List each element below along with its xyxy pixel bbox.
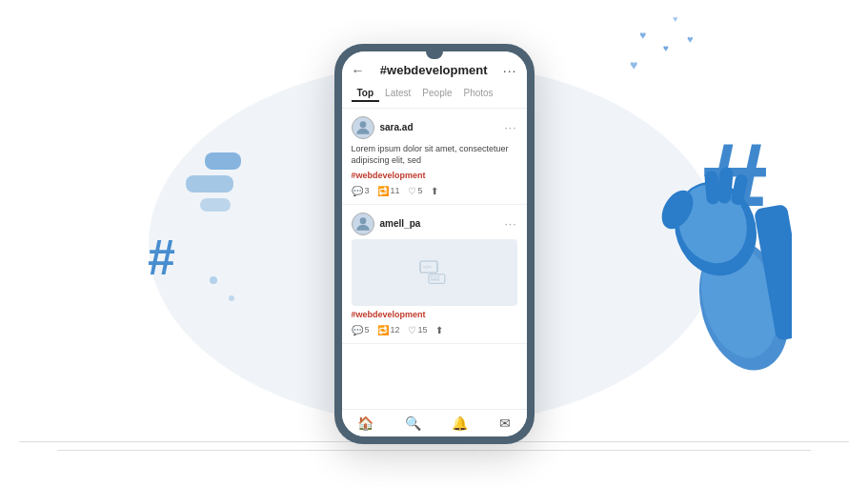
post-1-retweet-count: 11 [391, 186, 400, 195]
post-1-text: Lorem ipsum dolor sit amet, consectetuer… [352, 143, 517, 167]
heart-5: ♥ [687, 33, 694, 45]
post-2-comment-count: 5 [365, 325, 370, 335]
svg-rect-15 [434, 275, 435, 277]
page-title: #webdevelopment [380, 63, 488, 77]
heart-4: ♥ [673, 14, 677, 24]
phone-body: ← #webdevelopment ··· Top Latest People … [334, 44, 535, 444]
post-2-retweet-count: 12 [391, 325, 400, 335]
post-2-username: amell_pa [380, 218, 421, 229]
post-2-header: amell_pa ··· [352, 213, 517, 235]
svg-rect-7 [730, 173, 748, 206]
tab-top[interactable]: Top [352, 86, 380, 102]
share-icon-2: ⬆ [435, 325, 443, 335]
post-1-more[interactable]: ··· [504, 121, 516, 134]
post-1-user: sara.ad [352, 116, 414, 139]
more-menu-button[interactable]: ··· [503, 63, 517, 78]
svg-point-9 [359, 121, 366, 128]
post-2-actions: 💬 5 🔁 12 ♡ 15 ⬆ [352, 325, 517, 335]
tab-people[interactable]: People [416, 86, 457, 102]
post-1-retweet[interactable]: 🔁 11 [377, 186, 400, 196]
like-icon-2: ♡ [408, 325, 416, 335]
post-feed: sara.ad ··· Lorem ipsum dolor sit amet, … [342, 109, 527, 409]
nav-notification-icon[interactable]: 🔔 [452, 416, 468, 431]
comment-icon: 💬 [352, 186, 363, 196]
post-1-comment[interactable]: 💬 3 [352, 186, 370, 196]
tab-bar: Top Latest People Photos [352, 86, 517, 108]
nav-search-icon[interactable]: 🔍 [405, 416, 421, 431]
post-1-share[interactable]: ⬆ [431, 186, 438, 196]
post-2-share[interactable]: ⬆ [435, 325, 443, 335]
post-2-hashtag[interactable]: #webdevelopment [352, 310, 517, 319]
post-2: amell_pa ··· </> [342, 205, 527, 344]
svg-rect-16 [437, 275, 439, 277]
phone-screen: ← #webdevelopment ··· Top Latest People … [342, 51, 527, 436]
svg-point-10 [359, 217, 366, 224]
post-2-more[interactable]: ··· [504, 217, 516, 231]
bottom-nav: 🏠 🔍 🔔 ✉ [342, 409, 527, 436]
post-1-hashtag[interactable]: #webdevelopment [352, 171, 517, 180]
post-1: sara.ad ··· Lorem ipsum dolor sit amet, … [342, 109, 527, 205]
post-1-header: sara.ad ··· [352, 116, 517, 139]
post-2-like-count: 15 [418, 325, 428, 335]
post-2-user: amell_pa [352, 213, 421, 235]
post-2-retweet[interactable]: 🔁 12 [377, 325, 400, 335]
post-1-like[interactable]: ♡ 5 [408, 186, 423, 196]
phone-header: ← #webdevelopment ··· Top Latest People … [342, 51, 527, 109]
svg-rect-13 [429, 274, 445, 283]
retweet-icon-2: 🔁 [377, 325, 389, 335]
post-2-avatar [352, 213, 374, 235]
svg-text:</>: </> [423, 263, 432, 269]
post-2-image: </> [352, 239, 517, 306]
like-icon: ♡ [408, 186, 416, 196]
retweet-icon: 🔁 [377, 186, 389, 196]
heart-2: ♥ [663, 43, 669, 53]
svg-rect-8 [754, 204, 792, 341]
post-2-like[interactable]: ♡ 15 [408, 325, 428, 335]
phone-mockup: ← #webdevelopment ··· Top Latest People … [334, 44, 535, 444]
share-icon: ⬆ [431, 186, 438, 196]
post-1-comment-count: 3 [365, 186, 370, 195]
svg-rect-6 [717, 167, 734, 204]
post-1-username: sara.ad [380, 122, 414, 132]
tab-latest[interactable]: Latest [379, 86, 416, 102]
tab-photos[interactable]: Photos [457, 86, 498, 102]
bottom-lines [0, 441, 868, 458]
nav-message-icon[interactable]: ✉ [499, 416, 511, 431]
phone-topbar: ← #webdevelopment ··· [352, 63, 517, 78]
comment-icon-2: 💬 [352, 325, 363, 335]
post-1-like-count: 5 [418, 186, 423, 195]
post-2-comment[interactable]: 💬 5 [352, 325, 370, 335]
svg-rect-17 [430, 278, 439, 280]
heart-1: ♥ [639, 29, 646, 42]
heart-3: ♥ [630, 57, 637, 72]
back-button[interactable]: ← [352, 63, 365, 78]
bottom-line-2 [57, 450, 811, 451]
post-1-avatar [352, 116, 374, 139]
nav-home-icon[interactable]: 🏠 [357, 416, 373, 431]
post-1-actions: 💬 3 🔁 11 ♡ 5 ⬆ [352, 186, 517, 196]
svg-rect-14 [430, 275, 432, 277]
